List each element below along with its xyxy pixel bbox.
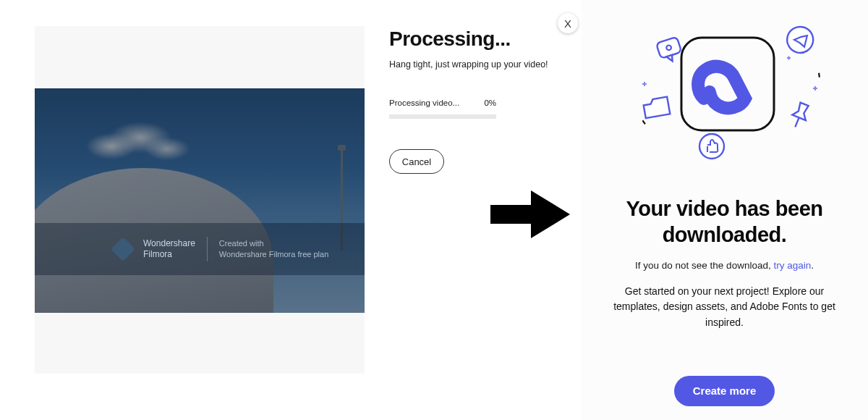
svg-marker-4 xyxy=(666,55,673,62)
watermark-brand-line2: Filmora xyxy=(143,249,195,260)
processing-status-row: Processing video... 0% xyxy=(389,98,496,107)
create-more-button[interactable]: Create more xyxy=(674,376,775,406)
progress-bar xyxy=(389,114,496,119)
processing-subtitle: Hang tight, just wrapping up your video! xyxy=(389,59,556,70)
processing-title: Processing... xyxy=(389,28,556,51)
cancel-button[interactable]: Cancel xyxy=(389,149,444,174)
watermark-credit: Created with Wondershare Filmora free pl… xyxy=(219,238,328,260)
filmora-logo-icon xyxy=(111,237,135,261)
watermark-divider xyxy=(207,237,208,261)
processing-panel: Processing... Hang tight, just wrapping … xyxy=(389,28,556,174)
svg-point-7 xyxy=(699,134,724,159)
svg-point-6 xyxy=(784,24,816,56)
processing-status-label: Processing video... xyxy=(389,98,459,107)
watermark-bar: Wondershare Filmora Created with Wonders… xyxy=(35,223,365,275)
downloaded-body: Get started on your next project! Explor… xyxy=(595,284,854,331)
video-preview-panel: Wondershare Filmora Created with Wonders… xyxy=(35,26,365,374)
watermark-credit-line2: Wondershare Filmora free plan xyxy=(219,249,328,260)
watermark-brand: Wondershare Filmora xyxy=(143,238,195,260)
arrow-right-icon xyxy=(490,189,570,240)
video-preview: Wondershare Filmora Created with Wonders… xyxy=(35,88,365,313)
downloaded-illustration-icon xyxy=(616,14,833,167)
close-icon: X xyxy=(564,17,571,30)
downloaded-subtext: If you do not see the download, try agai… xyxy=(635,260,814,271)
downloaded-title: Your video has been downloaded. xyxy=(595,196,854,248)
watermark-brand-line1: Wondershare xyxy=(143,238,195,249)
dim-overlay xyxy=(35,88,365,313)
downloaded-panel: Your video has been downloaded. If you d… xyxy=(581,0,868,420)
close-button[interactable]: X xyxy=(558,13,578,33)
processing-percent: 0% xyxy=(484,98,496,107)
downloaded-subtext-suffix: . xyxy=(811,260,814,271)
try-again-link[interactable]: try again xyxy=(773,260,811,271)
svg-marker-0 xyxy=(490,190,570,238)
watermark-credit-line1: Created with xyxy=(219,238,328,249)
downloaded-subtext-prefix: If you do not see the download, xyxy=(635,260,773,271)
